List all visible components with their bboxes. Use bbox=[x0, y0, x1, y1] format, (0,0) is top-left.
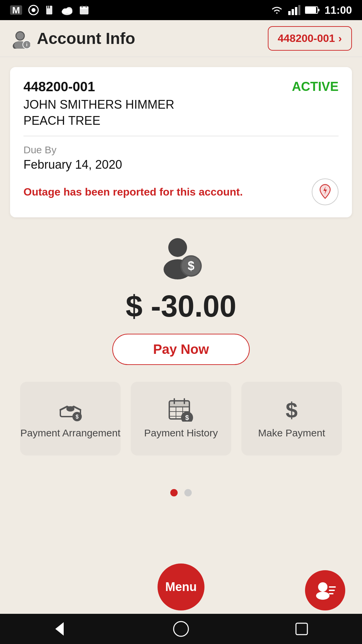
card-account-number: 448200-001 bbox=[23, 79, 95, 94]
calendar-status-icon bbox=[79, 5, 89, 15]
make-payment-button[interactable]: $ Make Payment bbox=[241, 382, 342, 455]
storage-icon bbox=[45, 5, 55, 15]
pagination-dot-1 bbox=[170, 489, 178, 496]
cloud-icon bbox=[61, 5, 73, 15]
svg-point-23 bbox=[16, 32, 24, 40]
svg-rect-37 bbox=[169, 401, 189, 407]
status-time: 11:00 bbox=[324, 4, 352, 16]
payment-history-icon: $ bbox=[168, 398, 194, 422]
svg-rect-19 bbox=[305, 7, 316, 13]
contact-icon bbox=[313, 580, 337, 600]
svg-text:$: $ bbox=[185, 414, 189, 421]
svg-text:i: i bbox=[26, 42, 27, 47]
gmail-icon: M bbox=[10, 4, 22, 16]
chevron-right-icon: › bbox=[338, 32, 342, 45]
account-status-badge: ACTIVE bbox=[292, 79, 339, 94]
pagination-dots bbox=[0, 489, 362, 496]
header-left: i Account Info bbox=[10, 29, 135, 49]
payment-arrangement-button[interactable]: $ Payment Arrangement bbox=[20, 382, 121, 455]
due-date-value: February 14, 2020 bbox=[23, 158, 339, 172]
status-icons-right: 11:00 bbox=[270, 4, 352, 16]
back-icon bbox=[52, 621, 69, 637]
pagination-dot-2 bbox=[184, 489, 192, 496]
account-location: PEACH TREE bbox=[23, 114, 339, 136]
action-buttons-row: $ Payment Arrangement $ Payment History bbox=[0, 382, 362, 455]
person-dollar-icon: $ bbox=[154, 237, 208, 281]
recents-button[interactable] bbox=[293, 621, 310, 637]
make-payment-icon: $ bbox=[278, 398, 305, 422]
svg-rect-16 bbox=[295, 7, 297, 15]
svg-rect-11 bbox=[80, 6, 88, 9]
header: i Account Info 448200-001 › bbox=[0, 20, 362, 57]
svg-rect-6 bbox=[49, 6, 50, 8]
svg-text:$: $ bbox=[188, 259, 194, 273]
back-button[interactable] bbox=[52, 621, 69, 637]
svg-text:$: $ bbox=[286, 398, 298, 422]
balance-icon: $ bbox=[154, 237, 208, 282]
home-icon bbox=[173, 621, 189, 637]
menu-button[interactable]: Menu bbox=[158, 564, 204, 610]
balance-amount: $ -30.00 bbox=[126, 289, 236, 324]
contact-fab-button[interactable] bbox=[305, 570, 345, 610]
svg-point-54 bbox=[174, 622, 188, 636]
outage-message: Outage has been reported for this accoun… bbox=[23, 186, 312, 198]
account-card: 448200-001 ACTIVE JOHN SMITHERS HIMMER P… bbox=[10, 67, 352, 217]
menu-label: Menu bbox=[165, 580, 197, 594]
svg-point-33 bbox=[66, 406, 74, 412]
pay-now-label: Pay Now bbox=[153, 342, 209, 357]
header-account-number: 448200-001 bbox=[278, 32, 335, 45]
outage-row: Outage has been reported for this accoun… bbox=[23, 178, 339, 205]
payment-history-label: Payment History bbox=[144, 426, 218, 439]
nav-bar bbox=[0, 614, 362, 644]
signal-icon bbox=[288, 5, 300, 15]
svg-rect-14 bbox=[288, 11, 291, 15]
battery-icon bbox=[305, 6, 320, 14]
sync-icon bbox=[28, 5, 39, 15]
svg-point-9 bbox=[66, 7, 72, 14]
make-payment-label: Make Payment bbox=[258, 426, 325, 439]
home-button[interactable] bbox=[173, 621, 189, 637]
outage-location-icon bbox=[317, 183, 334, 200]
payment-history-button[interactable]: $ Payment History bbox=[131, 382, 231, 455]
header-avatar-icon: i bbox=[10, 29, 30, 49]
balance-section: $ $ -30.00 Pay Now bbox=[0, 237, 362, 382]
svg-point-48 bbox=[318, 582, 327, 592]
handshake-icon: $ bbox=[57, 398, 84, 422]
svg-marker-53 bbox=[55, 622, 64, 636]
svg-rect-15 bbox=[292, 9, 294, 15]
svg-text:M: M bbox=[12, 5, 20, 15]
svg-point-49 bbox=[316, 592, 329, 600]
payment-arrangement-label: Payment Arrangement bbox=[20, 426, 121, 439]
wifi-icon bbox=[270, 5, 284, 15]
recents-icon bbox=[293, 621, 310, 637]
svg-point-3 bbox=[32, 8, 36, 12]
svg-rect-17 bbox=[298, 5, 300, 15]
pay-now-button[interactable]: Pay Now bbox=[112, 334, 250, 365]
due-by-label: Due By bbox=[23, 144, 339, 156]
outage-map-button[interactable] bbox=[312, 178, 339, 205]
status-icons-left: M bbox=[10, 4, 89, 16]
header-title: Account Info bbox=[37, 29, 135, 48]
svg-rect-20 bbox=[318, 9, 319, 11]
card-top-row: 448200-001 ACTIVE bbox=[23, 79, 339, 94]
bottom-area: Menu bbox=[0, 564, 362, 610]
svg-text:$: $ bbox=[76, 414, 79, 420]
account-number-button[interactable]: 448200-001 › bbox=[268, 26, 352, 51]
status-bar: M bbox=[0, 0, 362, 20]
account-holder-name: JOHN SMITHERS HIMMER bbox=[23, 98, 339, 112]
svg-point-28 bbox=[168, 238, 187, 257]
svg-rect-55 bbox=[296, 623, 307, 635]
svg-rect-5 bbox=[47, 6, 48, 8]
